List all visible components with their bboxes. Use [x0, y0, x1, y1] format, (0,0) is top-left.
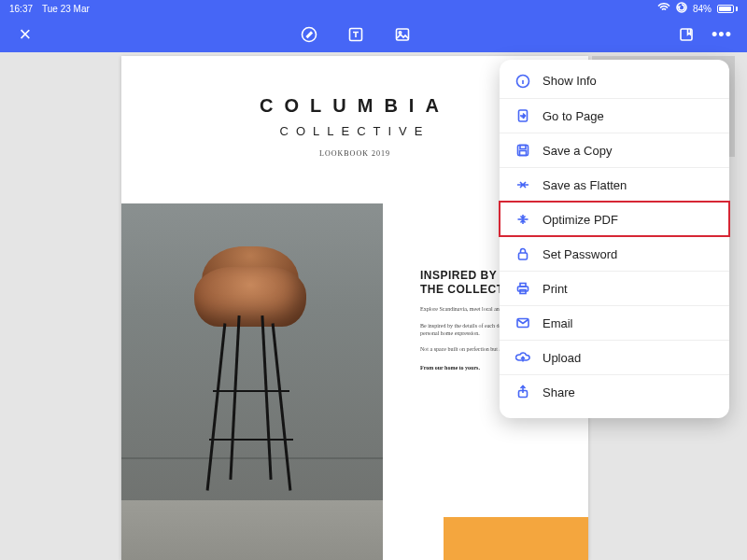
menu-item-set-password[interactable]: Set Password: [500, 236, 729, 271]
menu-item-label: Save a Copy: [543, 144, 612, 158]
more-menu-button[interactable]: •••: [713, 26, 730, 43]
menu-item-label: Save as Flatten: [543, 178, 627, 192]
status-bar: 16:37 Tue 23 Mar 84%: [0, 0, 747, 17]
email-icon: [514, 315, 531, 331]
menu-item-optimize-pdf[interactable]: Optimize PDF: [500, 202, 729, 236]
info-icon: [514, 73, 531, 90]
app-toolbar: × •••: [0, 17, 747, 52]
image-tool-icon[interactable]: [394, 26, 411, 43]
status-time: 16:37: [9, 4, 33, 14]
svg-rect-13: [520, 284, 526, 287]
battery-percent: 84%: [693, 4, 712, 14]
status-date: Tue 23 Mar: [42, 4, 90, 14]
menu-item-label: Show Info: [543, 74, 597, 88]
svg-rect-11: [519, 253, 528, 259]
menu-item-upload[interactable]: Upload: [500, 340, 729, 374]
optimize-icon: [514, 211, 531, 228]
menu-item-show-info[interactable]: Show Info: [500, 63, 729, 98]
menu-item-share[interactable]: Share: [500, 374, 729, 409]
flatten-icon: [514, 176, 531, 193]
print-icon: [514, 280, 531, 297]
context-menu: Show InfoGo to PageSave a CopySave as Fl…: [500, 60, 729, 418]
annotate-icon[interactable]: [301, 26, 317, 43]
menu-item-go-to-page[interactable]: Go to Page: [500, 98, 729, 133]
menu-item-save-a-copy[interactable]: Save a Copy: [500, 133, 729, 167]
menu-item-label: Email: [543, 316, 573, 330]
svg-rect-9: [520, 146, 526, 149]
svg-point-4: [399, 32, 401, 34]
save-icon: [514, 142, 531, 159]
menu-item-label: Upload: [543, 351, 581, 365]
close-button[interactable]: ×: [17, 26, 34, 43]
upload-icon: [514, 349, 531, 366]
svg-rect-10: [520, 151, 527, 156]
menu-item-email[interactable]: Email: [500, 305, 729, 340]
goto-icon: [514, 107, 531, 124]
menu-item-label: Set Password: [543, 247, 617, 261]
hero-photo: [121, 203, 383, 560]
menu-item-label: Go to Page: [543, 109, 604, 123]
menu-item-label: Optimize PDF: [543, 213, 618, 227]
svg-rect-3: [397, 29, 409, 40]
menu-item-print[interactable]: Print: [500, 271, 729, 305]
menu-item-label: Print: [543, 282, 568, 296]
lock-icon: [514, 245, 531, 262]
text-tool-icon[interactable]: [347, 26, 364, 43]
battery-icon: [717, 5, 738, 13]
menu-item-save-as-flatten[interactable]: Save as Flatten: [500, 167, 729, 202]
menu-item-label: Share: [543, 385, 575, 399]
bookmark-icon[interactable]: [678, 26, 695, 43]
orientation-lock-icon: [676, 2, 687, 15]
wifi-icon: [657, 3, 670, 14]
accent-block: [444, 517, 588, 560]
share-icon: [514, 384, 531, 400]
